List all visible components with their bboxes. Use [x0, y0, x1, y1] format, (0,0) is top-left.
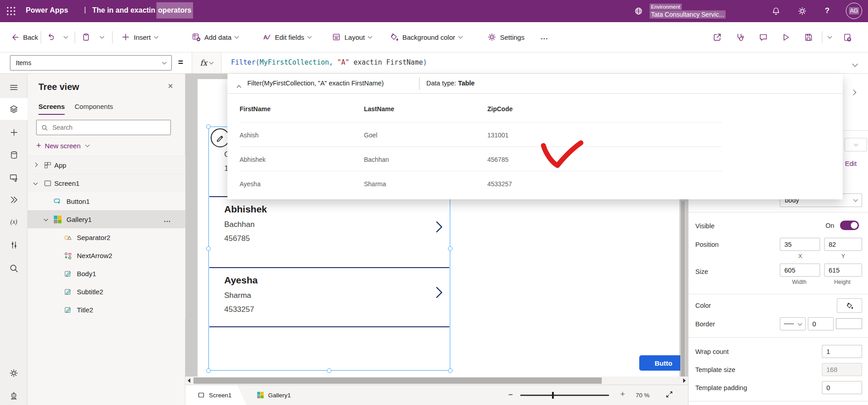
template-padding-input[interactable]: 0: [822, 381, 862, 394]
undo-button[interactable]: [47, 22, 56, 52]
vertical-scrollbar-thumb[interactable]: [681, 201, 685, 377]
settings-gear-icon[interactable]: [797, 6, 807, 16]
rail-search-icon[interactable]: [0, 257, 28, 279]
preview-play-button[interactable]: [781, 22, 791, 52]
template-size-input[interactable]: 168: [822, 363, 862, 376]
border-width-input[interactable]: 0: [808, 317, 834, 330]
canvas-vertical-scrollbar[interactable]: [680, 201, 685, 377]
waffle-menu-icon[interactable]: [6, 6, 16, 16]
rail-insert-plus-icon[interactable]: [0, 122, 28, 143]
toolbar-overflow-button[interactable]: ...: [541, 22, 548, 52]
zoom-slider-thumb[interactable]: [552, 392, 554, 399]
position-x-input[interactable]: 35: [780, 238, 820, 251]
panel-mini-dropdown[interactable]: [844, 138, 867, 151]
tree-item-subtitle2[interactable]: Subtitle2: [28, 283, 185, 301]
fx-button[interactable]: fx: [192, 52, 222, 73]
border-color-swatch[interactable]: [836, 318, 862, 329]
fit-to-screen-icon[interactable]: [665, 391, 673, 398]
publish-button[interactable]: [843, 22, 852, 52]
help-button[interactable]: ?: [825, 6, 830, 15]
close-icon[interactable]: ×: [168, 81, 173, 91]
selection-handle[interactable]: [448, 368, 453, 373]
tab-components[interactable]: Components: [75, 103, 113, 114]
chevron-right-icon[interactable]: [33, 162, 38, 167]
add-data-button[interactable]: Add data: [192, 22, 238, 52]
rail-advanced-tools-icon[interactable]: [0, 234, 28, 256]
popup-header[interactable]: Filter(MyFirstCollection, "A" exactin Fi…: [227, 74, 843, 94]
tree-item-screen1[interactable]: Screen1: [28, 174, 185, 192]
share-button[interactable]: [712, 22, 722, 52]
next-arrow-icon[interactable]: [434, 286, 444, 299]
new-screen-button[interactable]: + New screen: [36, 141, 89, 151]
selection-handle[interactable]: [448, 246, 453, 251]
item-overflow-button[interactable]: ...: [164, 216, 171, 223]
save-button[interactable]: [804, 22, 813, 52]
formula-input[interactable]: Filter(MyFirstCollection, "A" exactin Fi…: [231, 58, 427, 66]
notifications-bell-icon[interactable]: [771, 6, 781, 16]
rail-data-icon[interactable]: [0, 144, 28, 166]
gallery-item[interactable]: AyeshaSharma4533257: [208, 268, 450, 327]
gallery-edit-pencil-icon[interactable]: [211, 128, 230, 147]
gallery-item[interactable]: AbhishekBachhan456785: [208, 197, 450, 268]
formula-expand-chevron[interactable]: [853, 60, 857, 68]
save-menu-button[interactable]: [828, 22, 831, 52]
back-button[interactable]: Back: [11, 22, 38, 52]
zoom-in-button[interactable]: +: [620, 390, 625, 399]
background-color-button[interactable]: Background color: [390, 22, 462, 52]
tree-item-separator2[interactable]: Separator2: [28, 228, 185, 246]
tree-item-body1[interactable]: Body1: [28, 264, 185, 283]
rail-media-icon[interactable]: [0, 167, 28, 188]
app-checker-button[interactable]: [735, 22, 745, 52]
scroll-left-arrow-icon[interactable]: [188, 378, 190, 383]
insert-button[interactable]: Insert: [121, 22, 158, 52]
tree-item-nextarrow2[interactable]: NextArrow2: [28, 246, 185, 264]
avatar[interactable]: AG: [846, 3, 862, 19]
horizontal-scrollbar-thumb[interactable]: [193, 377, 602, 384]
tree-item-gallery1[interactable]: Gallery1...: [28, 210, 185, 228]
edit-fields-button[interactable]: A Edit fields: [262, 22, 311, 52]
rail-virtual-agent-icon[interactable]: [0, 385, 28, 405]
tree-item-button1[interactable]: Button1: [28, 192, 185, 210]
next-arrow-icon[interactable]: [434, 220, 444, 234]
zoom-slider[interactable]: [520, 395, 609, 396]
zoom-out-button[interactable]: −: [508, 390, 513, 400]
visible-toggle[interactable]: [840, 221, 859, 230]
canvas-button-control[interactable]: Butto: [639, 355, 684, 371]
layout-button[interactable]: Layout: [332, 22, 372, 52]
size-width-input[interactable]: 605: [780, 264, 820, 277]
selection-handle[interactable]: [206, 124, 211, 129]
paste-menu-button[interactable]: [100, 22, 104, 52]
paste-button[interactable]: [81, 22, 90, 52]
tab-screens[interactable]: Screens: [38, 103, 65, 115]
selection-handle[interactable]: [206, 246, 211, 251]
rail-power-automate-icon[interactable]: [0, 189, 28, 211]
color-picker-button[interactable]: [837, 298, 862, 313]
scroll-right-arrow-icon[interactable]: [683, 378, 686, 383]
breadcrumb-screen1[interactable]: Screen1: [198, 385, 231, 405]
border-style-dropdown[interactable]: [780, 317, 806, 330]
position-y-input[interactable]: 82: [824, 238, 862, 251]
selection-handle[interactable]: [206, 368, 211, 373]
breadcrumb-gallery1[interactable]: Gallery1: [257, 385, 291, 405]
comments-button[interactable]: [759, 22, 768, 52]
rail-settings-icon[interactable]: [0, 362, 28, 384]
environment-picker[interactable]: Environment Tata Consultancy Servic...: [634, 0, 726, 22]
canvas-horizontal-scrollbar[interactable]: [185, 377, 688, 385]
panel-collapse-chevron-icon[interactable]: [851, 88, 855, 96]
tree-item-title2[interactable]: Title2: [28, 301, 185, 319]
chevron-down-icon[interactable]: [44, 217, 48, 221]
rail-menu-icon[interactable]: [0, 76, 28, 98]
size-height-input[interactable]: 615: [824, 264, 862, 277]
tree-item-app[interactable]: App: [28, 156, 185, 174]
rail-tree-view-icon[interactable]: [0, 98, 28, 120]
selection-handle[interactable]: [327, 368, 331, 373]
tree-search-box[interactable]: [36, 120, 171, 135]
collapse-chevron-icon[interactable]: [237, 83, 241, 91]
undo-menu-button[interactable]: [64, 22, 67, 52]
edit-link[interactable]: Edit: [845, 160, 857, 167]
settings-button[interactable]: Settings: [487, 22, 524, 52]
wrap-count-input[interactable]: 1: [822, 345, 862, 358]
rail-variables-icon[interactable]: (x): [0, 211, 28, 233]
chevron-down-icon[interactable]: [33, 180, 38, 185]
property-selector[interactable]: Items: [10, 55, 172, 71]
